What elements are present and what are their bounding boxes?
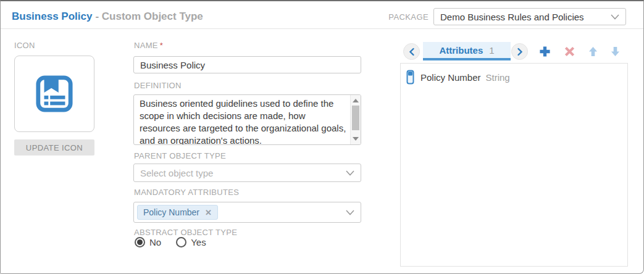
abstract-object-type-label: ABSTRACT OBJECT TYPE bbox=[134, 228, 237, 237]
page-subtitle: - Custom Object Type bbox=[95, 10, 203, 22]
mandatory-attributes-multiselect[interactable]: Policy Number ✕ bbox=[133, 202, 361, 223]
tab-attributes[interactable]: Attributes 1 bbox=[423, 42, 511, 60]
tab-attributes-count-badge: 1 bbox=[489, 45, 494, 56]
package-selected-value: Demo Business Rules and Policies bbox=[440, 12, 611, 22]
update-icon-button[interactable]: UPDATE ICON bbox=[14, 139, 94, 156]
move-attribute-down-button[interactable] bbox=[608, 45, 622, 57]
scroll-up-icon[interactable] bbox=[353, 99, 359, 102]
arrow-down-icon bbox=[611, 46, 620, 57]
parent-object-type-label: PARENT OBJECT TYPE bbox=[134, 151, 226, 160]
object-icon-preview bbox=[14, 56, 94, 132]
radio-yes-label[interactable]: Yes bbox=[191, 237, 206, 247]
business-policy-icon bbox=[35, 75, 73, 113]
package-label: PACKAGE bbox=[388, 12, 429, 22]
move-attribute-up-button[interactable] bbox=[586, 45, 600, 57]
definition-textarea[interactable]: Business oriented guidelines used to def… bbox=[133, 94, 361, 145]
package-select[interactable]: Demo Business Rules and Policies bbox=[433, 8, 626, 25]
string-attribute-type-icon bbox=[406, 70, 414, 85]
abstract-object-type-radios: No Yes bbox=[135, 237, 206, 247]
remove-chip-icon[interactable]: ✕ bbox=[205, 208, 212, 217]
icon-label: ICON bbox=[14, 41, 35, 50]
page-title: Business Policy- Custom Object Type bbox=[12, 10, 203, 23]
required-asterisk: * bbox=[160, 41, 163, 50]
scrollbar[interactable] bbox=[350, 95, 361, 144]
mandatory-attributes-label: MANDATORY ATTRIBUTES bbox=[134, 188, 239, 197]
attribute-name: Policy Number bbox=[420, 72, 481, 83]
definition-text: Business oriented guidelines used to def… bbox=[134, 95, 350, 144]
package-group: PACKAGE Demo Business Rules and Policies bbox=[388, 8, 626, 25]
mandatory-attribute-chip: Policy Number ✕ bbox=[137, 205, 218, 220]
chip-label: Policy Number bbox=[143, 207, 199, 217]
plus-icon bbox=[539, 46, 551, 57]
definition-label: DEFINITION bbox=[134, 81, 182, 90]
scrollbar-thumb[interactable] bbox=[352, 106, 359, 130]
add-attribute-button[interactable] bbox=[538, 45, 551, 57]
parent-object-type-select[interactable]: Select object type bbox=[133, 164, 361, 182]
delete-x-icon bbox=[564, 46, 575, 57]
attributes-list-panel: Policy Number String bbox=[400, 63, 628, 267]
chevron-left-icon bbox=[408, 48, 416, 56]
chevron-down-icon bbox=[346, 210, 354, 215]
tabs-scroll-left-button[interactable] bbox=[403, 43, 420, 60]
scroll-down-icon[interactable] bbox=[353, 137, 359, 141]
radio-no-label[interactable]: No bbox=[149, 237, 161, 247]
arrow-up-icon bbox=[588, 46, 598, 57]
delete-attribute-button[interactable] bbox=[562, 45, 576, 57]
chevron-down-icon bbox=[611, 14, 619, 20]
parent-object-type-placeholder: Select object type bbox=[140, 168, 346, 178]
radio-no[interactable] bbox=[135, 237, 145, 247]
name-label: NAME* bbox=[134, 41, 163, 50]
header: Business Policy- Custom Object Type PACK… bbox=[1, 1, 643, 29]
chevron-down-icon bbox=[346, 170, 354, 176]
name-input[interactable] bbox=[133, 56, 361, 73]
radio-yes[interactable] bbox=[176, 237, 186, 247]
attribute-list-item[interactable]: Policy Number String bbox=[401, 64, 627, 85]
custom-object-type-editor: Business Policy- Custom Object Type PACK… bbox=[0, 0, 644, 274]
tab-attributes-label: Attributes bbox=[439, 45, 483, 56]
chevron-right-icon bbox=[516, 48, 524, 56]
name-label-text: NAME bbox=[134, 41, 158, 50]
object-type-name-title: Business Policy bbox=[12, 10, 92, 22]
attribute-type: String bbox=[486, 72, 510, 83]
tabs-scroll-right-button[interactable] bbox=[511, 43, 528, 60]
